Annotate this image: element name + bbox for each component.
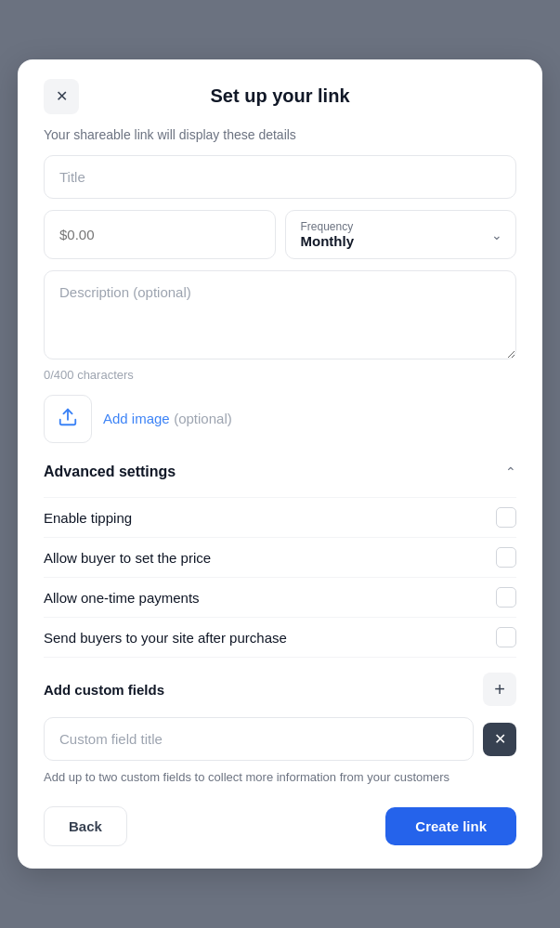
- modal-title: Set up your link: [210, 85, 349, 107]
- one-time-payments-checkbox[interactable]: [496, 587, 516, 608]
- custom-fields-header: Add custom fields +: [44, 657, 516, 717]
- advanced-settings-title: Advanced settings: [44, 464, 176, 480]
- send-to-site-row: Send buyers to your site after purchase: [44, 617, 516, 657]
- chevron-up-icon: ⌃: [505, 464, 516, 479]
- remove-icon: ✕: [494, 730, 506, 748]
- enable-tipping-row: Enable tipping: [44, 497, 516, 537]
- plus-icon: +: [494, 679, 505, 700]
- back-button[interactable]: Back: [44, 806, 127, 846]
- title-input[interactable]: [44, 155, 516, 199]
- add-custom-field-button[interactable]: +: [483, 673, 516, 706]
- create-link-button[interactable]: Create link: [385, 807, 516, 845]
- footer-buttons: Back Create link: [44, 806, 516, 846]
- enable-tipping-checkbox[interactable]: [496, 507, 516, 528]
- add-image-row: Add image (optional): [44, 395, 516, 443]
- price-frequency-row: Frequency Monthly ⌄: [44, 210, 516, 259]
- add-image-label: Add image: [103, 411, 170, 426]
- enable-tipping-label: Enable tipping: [44, 510, 132, 526]
- close-button[interactable]: ✕: [44, 79, 79, 114]
- upload-icon: [58, 407, 78, 431]
- one-time-payments-row: Allow one-time payments: [44, 577, 516, 617]
- chevron-down-icon: ⌄: [491, 228, 502, 242]
- modal-subtitle: Your shareable link will display these d…: [44, 127, 516, 142]
- one-time-payments-label: Allow one-time payments: [44, 590, 200, 606]
- modal-header: ✕ Set up your link: [44, 85, 516, 107]
- modal: ✕ Set up your link Your shareable link w…: [18, 59, 542, 869]
- char-count: 0/400 characters: [44, 368, 516, 382]
- frequency-label: Frequency: [301, 220, 501, 233]
- custom-field-input[interactable]: [44, 717, 474, 761]
- description-input[interactable]: [44, 270, 516, 359]
- add-image-text[interactable]: Add image (optional): [103, 411, 232, 427]
- buyer-set-price-row: Allow buyer to set the price: [44, 537, 516, 577]
- close-icon: ✕: [56, 87, 68, 105]
- custom-field-row: ✕: [44, 717, 516, 761]
- custom-field-hint: Add up to two custom fields to collect m…: [44, 770, 516, 784]
- add-image-optional-label: (optional): [174, 411, 232, 426]
- frequency-select[interactable]: Frequency Monthly ⌄: [285, 210, 517, 259]
- advanced-settings-toggle[interactable]: Advanced settings ⌃: [44, 464, 516, 480]
- buyer-set-price-label: Allow buyer to set the price: [44, 550, 211, 566]
- send-to-site-label: Send buyers to your site after purchase: [44, 630, 287, 646]
- send-to-site-checkbox[interactable]: [496, 627, 516, 647]
- buyer-set-price-checkbox[interactable]: [496, 547, 516, 568]
- remove-custom-field-button[interactable]: ✕: [483, 723, 516, 756]
- image-upload-button[interactable]: [44, 395, 92, 443]
- price-input[interactable]: [44, 210, 276, 259]
- frequency-value: Monthly: [301, 233, 501, 249]
- custom-fields-label: Add custom fields: [44, 682, 164, 698]
